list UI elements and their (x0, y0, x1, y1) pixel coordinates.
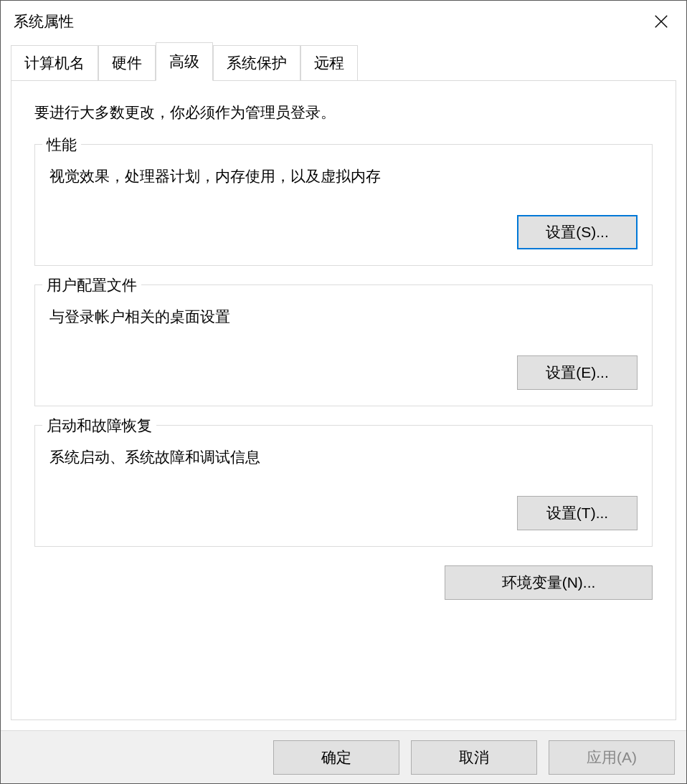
cancel-button[interactable]: 取消 (411, 740, 537, 775)
tab-computer-name[interactable]: 计算机名 (11, 45, 98, 81)
group-user-profiles-desc: 与登录帐户相关的桌面设置 (49, 307, 638, 327)
environment-variables-button[interactable]: 环境变量(N)... (445, 565, 653, 600)
window-title: 系统属性 (14, 11, 74, 32)
env-vars-row: 环境变量(N)... (34, 565, 653, 600)
system-properties-dialog: 系统属性 计算机名 硬件 高级 系统保护 远程 要进行大多数更改，你必须作为管理… (0, 0, 687, 784)
startup-recovery-settings-button[interactable]: 设置(T)... (517, 496, 638, 530)
group-performance: 性能 视觉效果，处理器计划，内存使用，以及虚拟内存 设置(S)... (34, 144, 653, 266)
group-user-profiles-legend: 用户配置文件 (42, 275, 141, 295)
admin-notice: 要进行大多数更改，你必须作为管理员登录。 (34, 102, 653, 123)
group-performance-desc: 视觉效果，处理器计划，内存使用，以及虚拟内存 (49, 166, 638, 186)
titlebar: 系统属性 (1, 1, 686, 42)
group-startup-recovery-desc: 系统启动、系统故障和调试信息 (49, 447, 638, 467)
group-performance-button-row: 设置(S)... (49, 215, 638, 249)
tab-panel-advanced: 要进行大多数更改，你必须作为管理员登录。 性能 视觉效果，处理器计划，内存使用，… (11, 80, 676, 720)
performance-settings-button[interactable]: 设置(S)... (517, 215, 638, 249)
group-startup-recovery-button-row: 设置(T)... (49, 496, 638, 530)
dialog-button-row: 确定 取消 应用(A) (1, 730, 686, 783)
tab-remote[interactable]: 远程 (300, 45, 358, 81)
tabs-row: 计算机名 硬件 高级 系统保护 远程 (11, 47, 676, 81)
group-user-profiles-button-row: 设置(E)... (49, 355, 638, 390)
user-profiles-settings-button[interactable]: 设置(E)... (517, 355, 638, 390)
content-area: 计算机名 硬件 高级 系统保护 远程 要进行大多数更改，你必须作为管理员登录。 … (1, 42, 686, 730)
close-icon (653, 14, 669, 29)
apply-button[interactable]: 应用(A) (549, 740, 675, 775)
group-performance-legend: 性能 (42, 135, 81, 155)
close-button[interactable] (636, 1, 686, 42)
tab-advanced[interactable]: 高级 (156, 42, 213, 81)
group-startup-recovery-legend: 启动和故障恢复 (42, 416, 156, 436)
group-startup-recovery: 启动和故障恢复 系统启动、系统故障和调试信息 设置(T)... (34, 425, 653, 547)
tab-system-protection[interactable]: 系统保护 (213, 45, 300, 81)
tab-hardware[interactable]: 硬件 (98, 45, 156, 81)
ok-button[interactable]: 确定 (273, 740, 399, 775)
group-user-profiles: 用户配置文件 与登录帐户相关的桌面设置 设置(E)... (34, 285, 653, 406)
